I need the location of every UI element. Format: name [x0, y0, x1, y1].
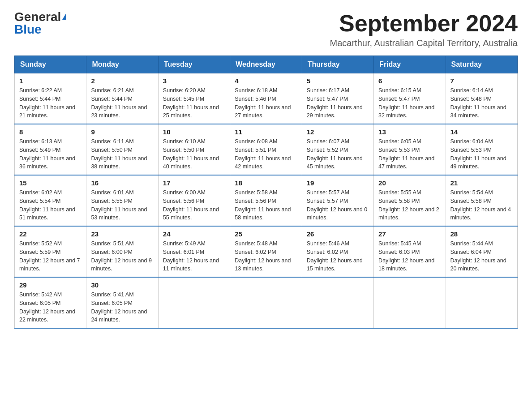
calendar-day-cell: 9Sunrise: 6:11 AMSunset: 5:50 PMDaylight…	[86, 124, 158, 175]
day-number: 16	[91, 179, 153, 187]
calendar-week-row: 29Sunrise: 5:42 AMSunset: 6:05 PMDayligh…	[15, 277, 518, 328]
days-of-week-row: SundayMondayTuesdayWednesdayThursdayFrid…	[15, 56, 518, 73]
day-info: Sunrise: 5:57 AMSunset: 5:57 PMDaylight:…	[307, 189, 368, 221]
calendar-day-cell: 19Sunrise: 5:57 AMSunset: 5:57 PMDayligh…	[302, 175, 373, 226]
calendar-table: SundayMondayTuesdayWednesdayThursdayFrid…	[14, 56, 518, 329]
day-info: Sunrise: 5:51 AMSunset: 6:00 PMDaylight:…	[91, 240, 152, 272]
calendar-day-cell: 11Sunrise: 6:08 AMSunset: 5:51 PMDayligh…	[230, 124, 302, 175]
logo-triangle-icon	[62, 13, 66, 20]
day-number: 2	[91, 77, 153, 85]
calendar-day-cell: 10Sunrise: 6:10 AMSunset: 5:50 PMDayligh…	[158, 124, 230, 175]
calendar-day-cell: 7Sunrise: 6:14 AMSunset: 5:48 PMDaylight…	[446, 73, 517, 124]
day-of-week-header: Friday	[374, 56, 446, 73]
calendar-week-row: 22Sunrise: 5:52 AMSunset: 5:59 PMDayligh…	[15, 226, 518, 277]
day-number: 19	[307, 179, 369, 187]
day-of-week-header: Sunday	[15, 56, 86, 73]
location-subtitle: Macarthur, Australian Capital Territory,…	[330, 38, 518, 48]
calendar-day-cell: 13Sunrise: 6:05 AMSunset: 5:53 PMDayligh…	[374, 124, 446, 175]
title-area: September 2024 Macarthur, Australian Cap…	[330, 11, 518, 48]
day-number: 9	[91, 128, 153, 136]
day-info: Sunrise: 6:17 AMSunset: 5:47 PMDaylight:…	[307, 87, 363, 119]
day-number: 29	[19, 281, 82, 289]
calendar-week-row: 8Sunrise: 6:13 AMSunset: 5:49 PMDaylight…	[15, 124, 518, 175]
day-info: Sunrise: 5:58 AMSunset: 5:56 PMDaylight:…	[235, 189, 291, 221]
day-of-week-header: Wednesday	[230, 56, 302, 73]
day-info: Sunrise: 5:55 AMSunset: 5:58 PMDaylight:…	[378, 189, 439, 221]
calendar-day-cell: 1Sunrise: 6:22 AMSunset: 5:44 PMDaylight…	[15, 73, 86, 124]
day-of-week-header: Thursday	[302, 56, 373, 73]
day-number: 4	[235, 77, 297, 85]
day-number: 27	[378, 230, 441, 238]
logo: General Blue	[14, 11, 66, 36]
calendar-day-cell: 23Sunrise: 5:51 AMSunset: 6:00 PMDayligh…	[86, 226, 158, 277]
calendar-day-cell: 14Sunrise: 6:04 AMSunset: 5:53 PMDayligh…	[446, 124, 517, 175]
day-info: Sunrise: 6:10 AMSunset: 5:50 PMDaylight:…	[163, 138, 219, 170]
day-number: 30	[91, 281, 153, 289]
day-number: 22	[19, 230, 82, 238]
day-number: 20	[378, 179, 441, 187]
day-number: 8	[19, 128, 82, 136]
calendar-header: SundayMondayTuesdayWednesdayThursdayFrid…	[15, 56, 518, 73]
day-info: Sunrise: 5:42 AMSunset: 6:05 PMDaylight:…	[19, 291, 75, 323]
day-info: Sunrise: 6:00 AMSunset: 5:56 PMDaylight:…	[163, 189, 219, 221]
day-of-week-header: Saturday	[446, 56, 517, 73]
day-number: 24	[163, 230, 225, 238]
day-info: Sunrise: 5:49 AMSunset: 6:01 PMDaylight:…	[163, 240, 219, 272]
day-number: 14	[450, 128, 513, 136]
day-info: Sunrise: 6:01 AMSunset: 5:55 PMDaylight:…	[91, 189, 147, 221]
day-info: Sunrise: 6:04 AMSunset: 5:53 PMDaylight:…	[450, 138, 506, 170]
day-number: 15	[19, 179, 82, 187]
calendar-day-cell: 8Sunrise: 6:13 AMSunset: 5:49 PMDaylight…	[15, 124, 86, 175]
calendar-day-cell: 24Sunrise: 5:49 AMSunset: 6:01 PMDayligh…	[158, 226, 230, 277]
day-info: Sunrise: 5:46 AMSunset: 6:02 PMDaylight:…	[307, 240, 363, 272]
calendar-day-cell: 4Sunrise: 6:18 AMSunset: 5:46 PMDaylight…	[230, 73, 302, 124]
logo-general-text: General	[14, 11, 61, 23]
day-info: Sunrise: 6:13 AMSunset: 5:49 PMDaylight:…	[19, 138, 75, 170]
calendar-day-cell	[374, 277, 446, 328]
calendar-day-cell: 28Sunrise: 5:44 AMSunset: 6:04 PMDayligh…	[446, 226, 517, 277]
calendar-day-cell: 3Sunrise: 6:20 AMSunset: 5:45 PMDaylight…	[158, 73, 230, 124]
month-year-title: September 2024	[330, 11, 518, 36]
day-info: Sunrise: 5:45 AMSunset: 6:03 PMDaylight:…	[378, 240, 434, 272]
day-number: 12	[307, 128, 369, 136]
calendar-day-cell: 22Sunrise: 5:52 AMSunset: 5:59 PMDayligh…	[15, 226, 86, 277]
day-number: 28	[450, 230, 513, 238]
day-info: Sunrise: 5:52 AMSunset: 5:59 PMDaylight:…	[19, 240, 80, 272]
calendar-day-cell: 12Sunrise: 6:07 AMSunset: 5:52 PMDayligh…	[302, 124, 373, 175]
calendar-day-cell: 18Sunrise: 5:58 AMSunset: 5:56 PMDayligh…	[230, 175, 302, 226]
day-info: Sunrise: 6:08 AMSunset: 5:51 PMDaylight:…	[235, 138, 291, 170]
calendar-body: 1Sunrise: 6:22 AMSunset: 5:44 PMDaylight…	[15, 73, 518, 329]
day-of-week-header: Tuesday	[158, 56, 230, 73]
day-info: Sunrise: 5:41 AMSunset: 6:05 PMDaylight:…	[91, 291, 147, 323]
day-number: 5	[307, 77, 369, 85]
calendar-day-cell: 25Sunrise: 5:48 AMSunset: 6:02 PMDayligh…	[230, 226, 302, 277]
day-number: 3	[163, 77, 225, 85]
calendar-day-cell: 16Sunrise: 6:01 AMSunset: 5:55 PMDayligh…	[86, 175, 158, 226]
calendar-day-cell	[158, 277, 230, 328]
day-number: 17	[163, 179, 225, 187]
calendar-day-cell: 29Sunrise: 5:42 AMSunset: 6:05 PMDayligh…	[15, 277, 86, 328]
day-number: 18	[235, 179, 297, 187]
day-info: Sunrise: 6:05 AMSunset: 5:53 PMDaylight:…	[378, 138, 434, 170]
day-number: 6	[378, 77, 441, 85]
day-info: Sunrise: 6:14 AMSunset: 5:48 PMDaylight:…	[450, 87, 506, 119]
calendar-day-cell: 17Sunrise: 6:00 AMSunset: 5:56 PMDayligh…	[158, 175, 230, 226]
calendar-week-row: 15Sunrise: 6:02 AMSunset: 5:54 PMDayligh…	[15, 175, 518, 226]
logo-blue-text: Blue	[14, 22, 42, 36]
day-number: 25	[235, 230, 297, 238]
calendar-day-cell: 15Sunrise: 6:02 AMSunset: 5:54 PMDayligh…	[15, 175, 86, 226]
calendar-day-cell: 20Sunrise: 5:55 AMSunset: 5:58 PMDayligh…	[374, 175, 446, 226]
day-info: Sunrise: 5:48 AMSunset: 6:02 PMDaylight:…	[235, 240, 291, 272]
page-header: General Blue September 2024 Macarthur, A…	[14, 11, 518, 48]
calendar-day-cell: 21Sunrise: 5:54 AMSunset: 5:58 PMDayligh…	[446, 175, 517, 226]
day-info: Sunrise: 6:21 AMSunset: 5:44 PMDaylight:…	[91, 87, 147, 119]
day-info: Sunrise: 6:20 AMSunset: 5:45 PMDaylight:…	[163, 87, 219, 119]
day-info: Sunrise: 5:44 AMSunset: 6:04 PMDaylight:…	[450, 240, 506, 272]
calendar-day-cell	[230, 277, 302, 328]
calendar-day-cell: 6Sunrise: 6:15 AMSunset: 5:47 PMDaylight…	[374, 73, 446, 124]
calendar-day-cell: 26Sunrise: 5:46 AMSunset: 6:02 PMDayligh…	[302, 226, 373, 277]
day-number: 11	[235, 128, 297, 136]
calendar-day-cell: 30Sunrise: 5:41 AMSunset: 6:05 PMDayligh…	[86, 277, 158, 328]
day-info: Sunrise: 6:22 AMSunset: 5:44 PMDaylight:…	[19, 87, 75, 119]
day-of-week-header: Monday	[86, 56, 158, 73]
